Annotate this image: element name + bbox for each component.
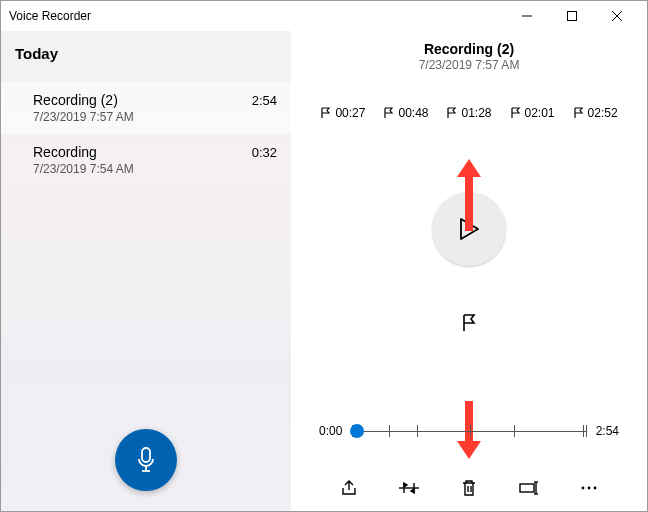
trash-icon — [461, 479, 477, 497]
marker-item[interactable]: 00:27 — [320, 106, 365, 120]
rename-button[interactable] — [518, 477, 540, 499]
marker-time: 00:27 — [335, 106, 365, 120]
close-button[interactable] — [594, 1, 639, 31]
flag-icon — [510, 107, 521, 119]
marker-time: 02:01 — [525, 106, 555, 120]
svg-marker-7 — [457, 159, 481, 231]
marker-item[interactable]: 01:28 — [446, 106, 491, 120]
svg-rect-4 — [142, 448, 150, 462]
flag-icon — [573, 107, 584, 119]
markers-row: 00:27 00:48 01:28 02:01 02:52 — [320, 106, 617, 120]
marker-item[interactable]: 02:52 — [573, 106, 618, 120]
svg-point-20 — [588, 487, 591, 490]
svg-marker-13 — [404, 483, 407, 487]
svg-point-21 — [594, 487, 597, 490]
recording-item[interactable]: Recording 0:32 7/23/2019 7:54 AM — [1, 134, 291, 186]
more-button[interactable] — [578, 477, 600, 499]
timeline-thumb[interactable] — [350, 424, 364, 438]
recording-item[interactable]: Recording (2) 2:54 7/23/2019 7:57 AM — [1, 82, 291, 134]
recording-name: Recording (2) — [33, 92, 118, 108]
time-start-label: 0:00 — [319, 424, 342, 438]
flag-icon — [446, 107, 457, 119]
trim-icon — [399, 480, 419, 496]
bottom-toolbar — [291, 477, 647, 499]
add-marker-button[interactable] — [461, 314, 477, 332]
delete-button[interactable] — [458, 477, 480, 499]
player-panel: Recording (2) 7/23/2019 7:57 AM 00:27 00… — [291, 31, 647, 511]
app-window: Voice Recorder Today Recording (2) 2:54 … — [0, 0, 648, 512]
flag-icon — [320, 107, 331, 119]
maximize-button[interactable] — [549, 1, 594, 31]
recording-name: Recording — [33, 144, 97, 160]
marker-time: 00:48 — [398, 106, 428, 120]
window-title: Voice Recorder — [9, 9, 91, 23]
flag-icon — [383, 107, 394, 119]
recording-date: 7/23/2019 7:57 AM — [33, 110, 277, 124]
recording-duration: 2:54 — [252, 93, 277, 108]
recordings-sidebar: Today Recording (2) 2:54 7/23/2019 7:57 … — [1, 31, 291, 511]
timeline: 0:00 2:54 — [319, 421, 619, 441]
share-button[interactable] — [338, 477, 360, 499]
recording-duration: 0:32 — [252, 145, 277, 160]
titlebar: Voice Recorder — [1, 1, 647, 31]
marker-item[interactable]: 00:48 — [383, 106, 428, 120]
time-end-label: 2:54 — [596, 424, 619, 438]
section-header-today: Today — [1, 31, 291, 82]
svg-rect-1 — [567, 12, 576, 21]
trim-button[interactable] — [398, 477, 420, 499]
current-recording-title: Recording (2) — [419, 41, 520, 57]
svg-rect-15 — [520, 484, 534, 492]
marker-time: 02:52 — [588, 106, 618, 120]
current-recording-subtitle: 7/23/2019 7:57 AM — [419, 58, 520, 72]
recording-date: 7/23/2019 7:54 AM — [33, 162, 277, 176]
annotation-arrow-up — [457, 159, 481, 231]
microphone-icon — [134, 446, 158, 474]
rename-icon — [519, 481, 539, 495]
svg-marker-14 — [411, 489, 414, 493]
timeline-track[interactable] — [352, 421, 585, 441]
minimize-button[interactable] — [504, 1, 549, 31]
marker-item[interactable]: 02:01 — [510, 106, 555, 120]
share-icon — [340, 479, 358, 497]
more-icon — [580, 485, 598, 491]
flag-icon — [461, 314, 477, 332]
record-button[interactable] — [115, 429, 177, 491]
svg-point-19 — [582, 487, 585, 490]
marker-time: 01:28 — [461, 106, 491, 120]
